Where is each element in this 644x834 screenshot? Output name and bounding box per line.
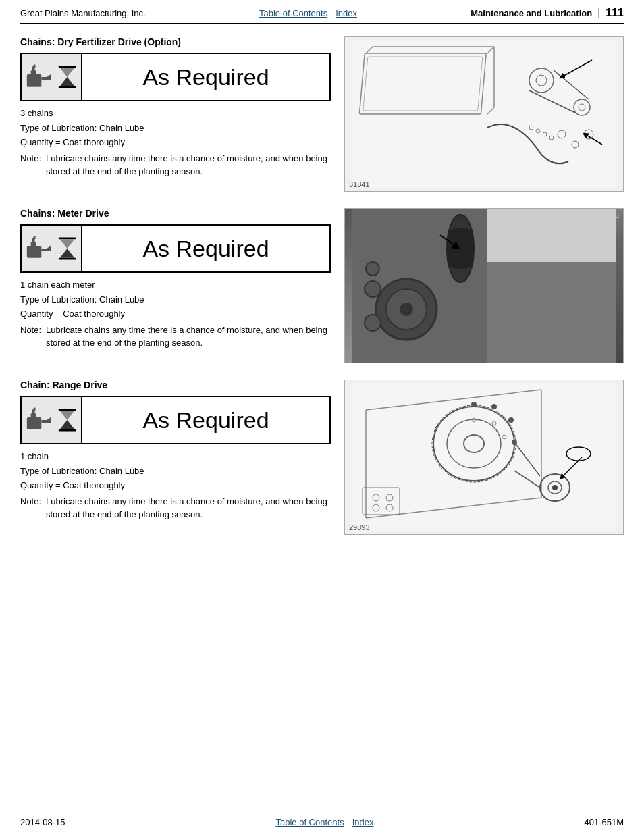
section-title-dry-fertilizer: Chains: Dry Fertilizer Drive (Option) — [20, 36, 331, 47]
svg-rect-0 — [27, 74, 42, 86]
svg-line-84 — [514, 471, 540, 488]
section-left-meter-drive: Chains: Meter Drive — [20, 208, 331, 363]
as-required-text-range-drive: As Required — [142, 407, 269, 434]
note-range-drive: Note: Lubricate chains any time there is… — [20, 495, 331, 521]
oilcan-icon-meter — [22, 232, 53, 265]
lub-type-dry-fertilizer: Type of Lubrication: Chain Lube — [20, 122, 331, 135]
icon-area-meter-drive — [22, 226, 82, 271]
svg-point-79 — [471, 402, 477, 407]
note-label-range-drive: Note: — [20, 495, 46, 521]
header-nav: Table of Contents Index — [259, 8, 357, 18]
image-id-meter-drive: 29616 — [598, 211, 619, 219]
svg-point-20 — [529, 68, 554, 93]
svg-point-56 — [366, 262, 379, 276]
svg-rect-64 — [59, 409, 76, 411]
svg-point-92 — [472, 418, 476, 422]
svg-marker-9 — [60, 68, 75, 77]
footer-toc-link[interactable]: Table of Contents — [275, 817, 344, 827]
svg-point-87 — [386, 494, 393, 501]
svg-point-26 — [558, 130, 566, 138]
svg-point-74 — [464, 435, 484, 452]
svg-rect-53 — [447, 228, 474, 269]
svg-point-91 — [566, 447, 591, 461]
note-label-meter-drive: Note: — [20, 323, 46, 350]
svg-point-77 — [508, 417, 514, 423]
svg-point-32 — [536, 129, 540, 133]
section-title-range-drive: Chain: Range Drive — [20, 380, 331, 390]
icon-area-dry-fertilizer — [22, 54, 82, 100]
svg-point-33 — [543, 132, 547, 136]
svg-point-23 — [579, 104, 585, 111]
svg-rect-14 — [363, 57, 483, 111]
svg-line-30 — [585, 134, 602, 145]
svg-point-78 — [491, 404, 497, 409]
as-required-box-meter-drive: As Required — [20, 224, 331, 273]
main-content: Chains: Dry Fertilizer Drive (Option) — [0, 24, 644, 810]
note-meter-drive: Note: Lubricate chains any time there is… — [20, 323, 331, 350]
lub-qty-dry-fertilizer: Quantity = Coat thoroughly — [20, 136, 331, 149]
page-header: Great Plains Manufacturing, Inc. Table o… — [0, 0, 644, 23]
section-right-dry-fertilizer: 31841 — [344, 36, 624, 192]
section-right-range-drive: 29893 — [344, 380, 624, 535]
footer-doc-number: 401-651M — [584, 817, 624, 827]
svg-point-51 — [400, 303, 413, 316]
oilcan-icon — [22, 61, 53, 93]
page: Great Plains Manufacturing, Inc. Table o… — [0, 0, 644, 834]
hourglass-icon-meter — [53, 234, 81, 263]
svg-rect-65 — [59, 429, 76, 432]
ar-text-area-dry-fertilizer: As Required — [82, 54, 329, 100]
svg-marker-43 — [60, 239, 75, 249]
header-index-link[interactable]: Index — [336, 8, 357, 18]
lub-qty-meter-drive: Quantity = Coat thoroughly — [20, 307, 331, 321]
svg-point-27 — [572, 141, 579, 148]
footer-nav: Table of Contents Index — [275, 817, 373, 827]
section-title-header: Maintenance and Lubrication — [471, 8, 592, 18]
lub-type-meter-drive: Type of Lubrication: Chain Lube — [20, 293, 331, 307]
svg-rect-42 — [59, 258, 76, 260]
svg-point-82 — [552, 485, 558, 490]
svg-point-54 — [365, 281, 381, 297]
svg-rect-35 — [27, 246, 42, 258]
ar-text-area-range-drive: As Required — [82, 397, 329, 443]
svg-line-25 — [554, 70, 589, 99]
svg-marker-10 — [60, 77, 75, 86]
diagram-range-drive-svg — [352, 383, 616, 531]
diagram-dry-fertilizer-svg — [352, 40, 616, 188]
footer-index-link[interactable]: Index — [352, 817, 374, 827]
svg-rect-85 — [363, 488, 400, 515]
svg-point-55 — [365, 315, 381, 331]
image-dry-fertilizer: 31841 — [344, 36, 624, 192]
footer-date: 2014-08-15 — [20, 817, 65, 827]
svg-point-21 — [536, 75, 547, 86]
header-toc-link[interactable]: Table of Contents — [259, 8, 327, 18]
svg-marker-60 — [47, 417, 51, 423]
oilcan-icon-range — [22, 404, 53, 436]
pipe-divider: | — [597, 7, 600, 19]
section-range-drive: Chain: Range Drive — [20, 380, 624, 535]
svg-marker-66 — [60, 411, 75, 420]
svg-point-73 — [447, 419, 501, 468]
svg-marker-67 — [60, 420, 75, 429]
svg-point-34 — [549, 136, 554, 140]
page-footer: 2014-08-15 Table of Contents Index 401-6… — [0, 810, 644, 834]
svg-point-93 — [492, 421, 496, 425]
svg-rect-47 — [487, 262, 616, 363]
as-required-box-range-drive: As Required — [20, 396, 331, 444]
svg-rect-13 — [359, 53, 486, 114]
section-dry-fertilizer: Chains: Dry Fertilizer Drive (Option) — [20, 36, 624, 192]
note-text-range-drive: Lubricate chains any time there is a cha… — [46, 495, 331, 521]
section-right-meter-drive: 29616 — [344, 208, 624, 363]
section-left-dry-fertilizer: Chains: Dry Fertilizer Drive (Option) — [20, 36, 331, 192]
svg-line-17 — [487, 107, 494, 114]
svg-point-88 — [373, 504, 379, 511]
svg-marker-44 — [60, 249, 75, 258]
quantity-dry-fertilizer: 3 chains — [20, 107, 331, 120]
icon-area-range-drive — [22, 397, 82, 443]
section-meter-drive: Chains: Meter Drive — [20, 208, 624, 363]
hourglass-icon — [53, 63, 81, 91]
image-range-drive: 29893 — [344, 380, 624, 535]
image-meter-drive: 29616 — [344, 208, 624, 363]
svg-line-16 — [487, 47, 494, 53]
svg-point-75 — [432, 405, 516, 482]
header-right: Maintenance and Lubrication | 111 — [471, 7, 624, 19]
